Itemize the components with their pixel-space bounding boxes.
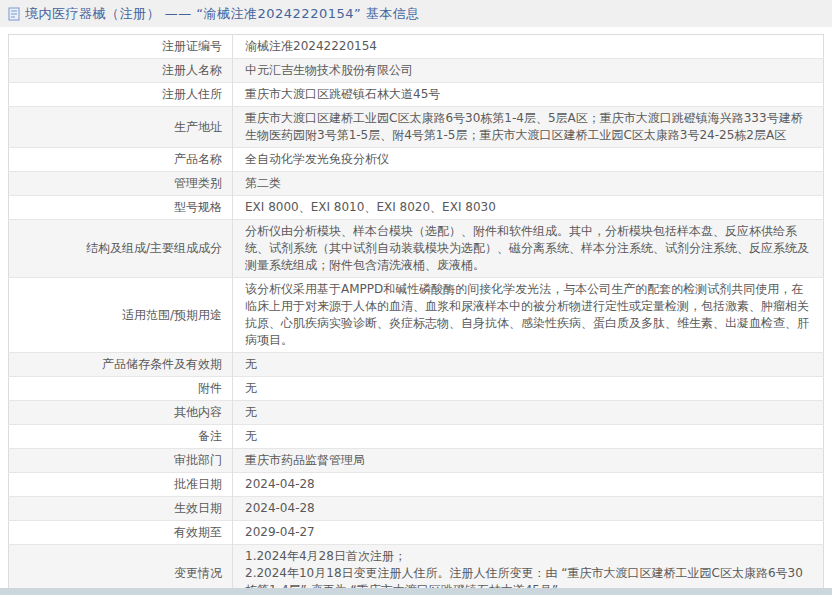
table-row: 生产地址重庆市大渡口区建桥工业园C区太康路6号30栋第1-4层、5层A区；重庆市…: [9, 107, 824, 148]
row-label: 注册人住所: [9, 83, 233, 107]
row-label: 适用范围/预期用途: [9, 278, 233, 353]
row-label: 型号规格: [9, 196, 233, 220]
table-row: 附件无: [9, 377, 824, 401]
row-label: 产品名称: [9, 148, 233, 172]
table-row: 生效日期2024-04-28: [9, 497, 824, 521]
row-label: 审批部门: [9, 449, 233, 473]
row-value: 重庆市大渡口区跳磴镇石林大道45号: [233, 83, 824, 107]
row-label: 生产地址: [9, 107, 233, 148]
table-row: 注册证编号渝械注准20242220154: [9, 35, 824, 59]
row-label: 有效期至: [9, 521, 233, 545]
row-label: 结构及组成/主要组成成分: [9, 220, 233, 278]
table-row: 有效期至2029-04-27: [9, 521, 824, 545]
row-value: 分析仪由分析模块、样本台模块（选配）、附件和软件组成。其中，分析模块包括样本盘、…: [233, 220, 824, 278]
row-value: 无: [233, 401, 824, 425]
row-value: 无: [233, 353, 824, 377]
table-row: 其他内容无: [9, 401, 824, 425]
value-line: 1.2024年4月28日首次注册；: [245, 548, 811, 565]
row-label: 备注: [9, 425, 233, 449]
row-label: 注册人名称: [9, 59, 233, 83]
row-label: 管理类别: [9, 172, 233, 196]
row-value: 无: [233, 425, 824, 449]
table-row: 注册人住所重庆市大渡口区跳磴镇石林大道45号: [9, 83, 824, 107]
row-value: 中元汇吉生物技术股份有限公司: [233, 59, 824, 83]
row-value: 重庆市药品监督管理局: [233, 449, 824, 473]
row-label: 注册证编号: [9, 35, 233, 59]
page-title: 境内医疗器械（注册） —— “渝械注准20242220154” 基本信息: [25, 5, 420, 23]
row-label: 产品储存条件及有效期: [9, 353, 233, 377]
row-value: 该分析仪采用基于AMPPD和碱性磷酸酶的间接化学发光法，与本公司生产的配套的检测…: [233, 278, 824, 353]
table-row: 注册人名称中元汇吉生物技术股份有限公司: [9, 59, 824, 83]
registration-info-table: 注册证编号渝械注准20242220154注册人名称中元汇吉生物技术股份有限公司注…: [8, 34, 824, 595]
table-row: 备注无: [9, 425, 824, 449]
page-header: 境内医疗器械（注册） —— “渝械注准20242220154” 基本信息: [0, 0, 832, 27]
row-value: 第二类: [233, 172, 824, 196]
document-icon: [8, 7, 21, 21]
row-label: 批准日期: [9, 473, 233, 497]
row-value: 全自动化学发光免疫分析仪: [233, 148, 824, 172]
row-label: 附件: [9, 377, 233, 401]
row-value: 无: [233, 377, 824, 401]
row-value: 2029-04-27: [233, 521, 824, 545]
table-row: 批准日期2024-04-28: [9, 473, 824, 497]
table-row: 产品名称全自动化学发光免疫分析仪: [9, 148, 824, 172]
row-value: 重庆市大渡口区建桥工业园C区太康路6号30栋第1-4层、5层A区；重庆市大渡口跳…: [233, 107, 824, 148]
row-value: 2024-04-28: [233, 497, 824, 521]
table-row: 产品储存条件及有效期无: [9, 353, 824, 377]
footer-strip: [0, 588, 832, 595]
table-row: 适用范围/预期用途该分析仪采用基于AMPPD和碱性磷酸酶的间接化学发光法，与本公…: [9, 278, 824, 353]
row-label: 其他内容: [9, 401, 233, 425]
row-value: 2024-04-28: [233, 473, 824, 497]
table-row: 管理类别第二类: [9, 172, 824, 196]
row-value: 渝械注准20242220154: [233, 35, 824, 59]
table-row: 型号规格EXI 8000、EXI 8010、EXI 8020、EXI 8030: [9, 196, 824, 220]
table-row: 结构及组成/主要组成成分分析仪由分析模块、样本台模块（选配）、附件和软件组成。其…: [9, 220, 824, 278]
row-label: 生效日期: [9, 497, 233, 521]
table-row: 审批部门重庆市药品监督管理局: [9, 449, 824, 473]
row-value: EXI 8000、EXI 8010、EXI 8020、EXI 8030: [233, 196, 824, 220]
